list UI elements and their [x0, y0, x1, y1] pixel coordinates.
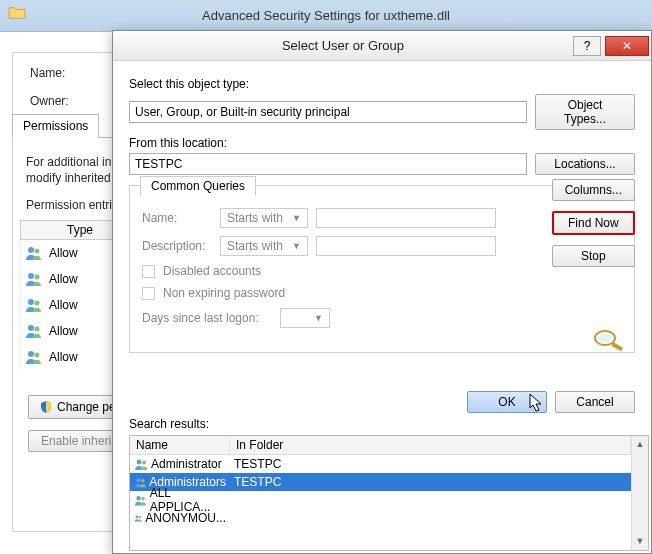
scroll-down-icon[interactable]: ▼ [632, 533, 648, 550]
result-row[interactable]: ALL APPLICA... [130, 491, 631, 509]
svg-point-13 [137, 460, 142, 465]
user-group-icon [134, 457, 148, 471]
dialog-title: Select User or Group [113, 38, 573, 53]
search-icon [589, 326, 629, 354]
scroll-up-icon[interactable]: ▲ [632, 436, 648, 453]
svg-point-12 [598, 334, 612, 343]
location-input[interactable] [129, 153, 527, 175]
results-table: Name In Folder AdministratorTESTPCAdmini… [129, 435, 649, 551]
svg-point-5 [35, 301, 40, 306]
svg-point-15 [136, 478, 140, 482]
svg-point-20 [139, 516, 141, 518]
result-row[interactable]: ANONYMOU... [130, 509, 631, 527]
owner-label: Owner: [30, 94, 69, 108]
svg-point-3 [35, 275, 40, 280]
results-scrollbar[interactable]: ▲ ▼ [631, 436, 648, 550]
query-desc-label: Description: [142, 239, 212, 253]
svg-point-17 [136, 496, 140, 500]
result-row[interactable]: AdministratorTESTPC [130, 455, 631, 473]
non-expiring-checkbox[interactable] [142, 287, 155, 300]
name-query-input[interactable] [316, 208, 496, 228]
svg-point-14 [142, 461, 146, 465]
stop-button[interactable]: Stop [552, 245, 635, 267]
user-icon [25, 296, 43, 314]
dialog-titlebar: Select User or Group ? ✕ [113, 31, 651, 61]
svg-point-9 [35, 353, 40, 358]
results-col-name[interactable]: Name [130, 436, 230, 454]
non-expiring-label: Non expiring password [163, 286, 285, 300]
info-text-1: For additional in [26, 155, 111, 169]
results-col-folder[interactable]: In Folder [230, 436, 631, 454]
days-since-label: Days since last logon: [142, 311, 272, 325]
disabled-accounts-checkbox[interactable] [142, 265, 155, 278]
chevron-down-icon: ▼ [314, 313, 323, 323]
close-button[interactable]: ✕ [605, 36, 649, 56]
desc-match-combo[interactable]: Starts with▼ [220, 236, 308, 256]
svg-point-7 [35, 327, 40, 332]
svg-point-6 [28, 325, 34, 331]
locations-button[interactable]: Locations... [535, 153, 635, 175]
user-icon [25, 244, 43, 262]
user-icon [25, 270, 43, 288]
svg-point-4 [28, 299, 34, 305]
close-icon: ✕ [622, 39, 632, 53]
svg-point-16 [141, 479, 145, 483]
main-window-titlebar: Advanced Security Settings for uxtheme.d… [0, 0, 652, 32]
help-button[interactable]: ? [573, 36, 601, 56]
main-window-title: Advanced Security Settings for uxtheme.d… [202, 8, 450, 23]
info-text-2: modify inherited [26, 171, 111, 185]
disabled-accounts-label: Disabled accounts [163, 264, 261, 278]
svg-rect-11 [611, 342, 623, 351]
chevron-down-icon: ▼ [292, 241, 301, 251]
tab-permissions[interactable]: Permissions [12, 114, 99, 138]
find-now-button[interactable]: Find Now [552, 211, 635, 235]
dialog-body: Select this object type: Object Types...… [113, 61, 651, 363]
select-user-group-dialog: Select User or Group ? ✕ Select this obj… [112, 30, 652, 554]
chevron-down-icon: ▼ [292, 213, 301, 223]
entries-label: Permission entri [26, 198, 112, 212]
days-since-combo[interactable]: ▼ [280, 308, 330, 328]
user-group-icon [134, 493, 147, 507]
search-results-label: Search results: [129, 417, 209, 431]
svg-point-8 [28, 351, 34, 357]
cancel-button[interactable]: Cancel [555, 391, 635, 413]
svg-point-1 [35, 249, 40, 254]
enable-inheritance-button[interactable]: Enable inheri [28, 430, 124, 452]
object-type-label: Select this object type: [129, 77, 635, 91]
location-label: From this location: [129, 136, 635, 150]
ok-button[interactable]: OK [467, 391, 547, 413]
object-type-input[interactable] [129, 101, 527, 123]
shield-icon [39, 400, 53, 414]
folder-icon [8, 6, 26, 20]
svg-point-2 [28, 273, 34, 279]
name-match-combo[interactable]: Starts with▼ [220, 208, 308, 228]
svg-point-19 [136, 515, 139, 518]
user-icon [25, 322, 43, 340]
query-name-label: Name: [142, 211, 212, 225]
user-icon [25, 348, 43, 366]
common-queries-tab[interactable]: Common Queries [140, 176, 256, 196]
svg-point-0 [28, 247, 34, 253]
user-group-icon [134, 511, 142, 525]
columns-button[interactable]: Columns... [552, 179, 635, 201]
desc-query-input[interactable] [316, 236, 496, 256]
results-header: Name In Folder [130, 436, 631, 455]
name-label: Name: [30, 66, 65, 80]
svg-point-18 [141, 497, 145, 501]
object-types-button[interactable]: Object Types... [535, 94, 635, 130]
